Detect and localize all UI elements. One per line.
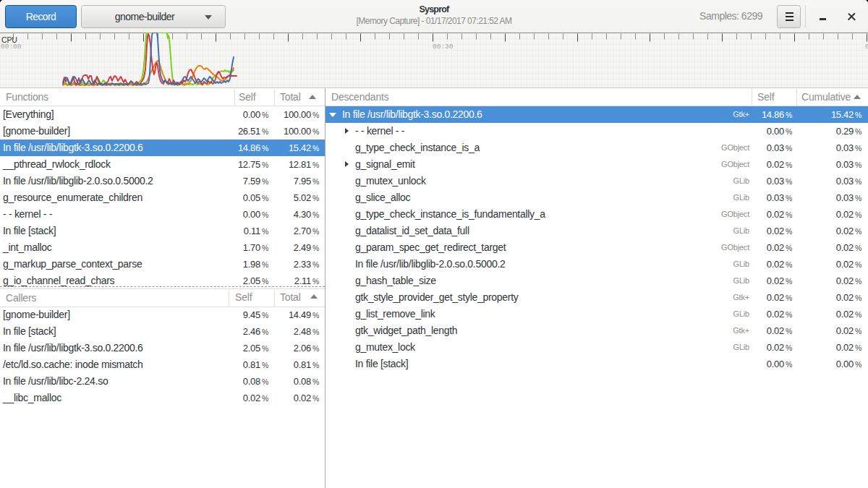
svg-text:00:00: 00:00 (1, 43, 22, 51)
svg-text:01:00: 01:00 (865, 43, 868, 51)
svg-text:00:30: 00:30 (433, 43, 454, 51)
